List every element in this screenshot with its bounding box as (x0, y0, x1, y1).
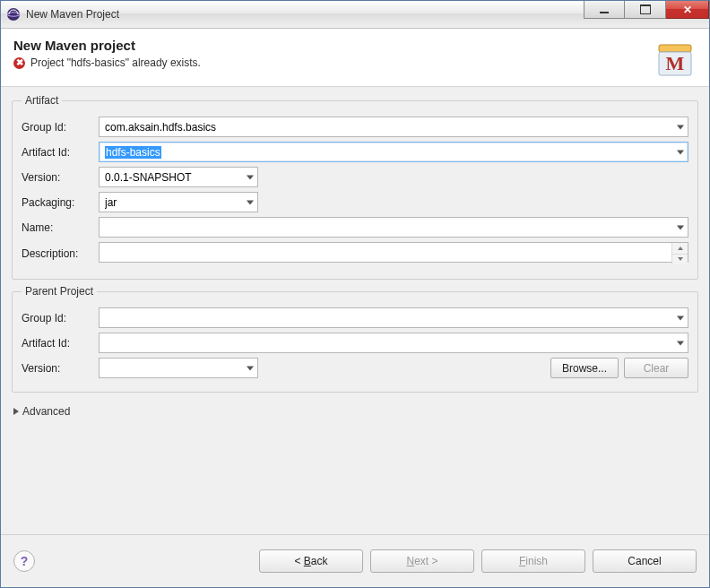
titlebar[interactable]: New Maven Project ✕ (1, 1, 709, 29)
minimize-button[interactable] (584, 1, 625, 19)
parent-version-combo[interactable] (99, 358, 258, 378)
finish-button[interactable]: Finish (481, 549, 585, 573)
spinner-down-icon[interactable] (672, 255, 688, 265)
version-combo[interactable] (99, 167, 258, 187)
group-id-combo[interactable] (99, 117, 688, 137)
maven-logo-icon: M (654, 38, 697, 81)
help-icon[interactable]: ? (13, 550, 35, 572)
banner-heading: New Maven project (13, 38, 654, 53)
parent-artifact-id-combo[interactable] (99, 333, 688, 353)
svg-rect-2 (659, 45, 691, 52)
parent-artifact-id-input[interactable] (105, 335, 668, 350)
chevron-down-icon (247, 200, 254, 204)
maximize-button[interactable] (625, 1, 666, 19)
packaging-combo[interactable] (99, 192, 258, 212)
banner-error: ✖ Project "hdfs-basics" already exists. (13, 56, 654, 69)
chevron-down-icon (247, 175, 254, 179)
packaging-input[interactable] (105, 195, 239, 210)
packaging-label: Packaging: (22, 196, 99, 209)
name-input[interactable] (105, 220, 668, 235)
chevron-down-icon (677, 225, 684, 229)
wizard-button-bar: ? < Back Next > Finish Cancel (1, 534, 709, 587)
group-id-input[interactable] (105, 119, 668, 134)
wizard-banner: New Maven project ✖ Project "hdfs-basics… (1, 29, 709, 87)
advanced-label: Advanced (22, 405, 70, 418)
version-label: Version: (22, 171, 99, 184)
parent-version-input[interactable] (105, 360, 239, 376)
description-spinner[interactable] (671, 243, 688, 264)
group-id-label: Group Id: (22, 121, 99, 134)
parent-legend: Parent Project (22, 285, 97, 298)
description-textarea[interactable] (99, 242, 688, 263)
spinner-up-icon[interactable] (672, 243, 688, 255)
chevron-down-icon (677, 316, 684, 320)
expand-right-icon (13, 408, 19, 415)
artifact-id-label: Artifact Id: (22, 146, 99, 159)
artifact-id-value[interactable]: hdfs-basics (105, 146, 161, 159)
browse-button[interactable]: Browse... (550, 358, 619, 378)
close-button[interactable]: ✕ (666, 1, 709, 19)
parent-version-label: Version: (22, 362, 99, 375)
window-title: New Maven Project (26, 8, 119, 21)
chevron-down-icon (677, 341, 684, 345)
description-label: Description: (22, 247, 99, 260)
back-button[interactable]: < Back (259, 549, 363, 573)
name-combo[interactable] (99, 217, 688, 238)
chevron-down-icon (677, 125, 684, 129)
wizard-content: Artifact Group Id: Artifact Id: hdfs-bas… (1, 87, 709, 534)
name-label: Name: (22, 221, 99, 234)
eclipse-icon (6, 7, 21, 22)
clear-button[interactable]: Clear (624, 358, 688, 378)
version-input[interactable] (105, 169, 239, 185)
parent-project-group: Parent Project Group Id: Artifact Id: (12, 285, 698, 393)
cancel-button[interactable]: Cancel (593, 549, 697, 573)
parent-artifact-id-label: Artifact Id: (22, 337, 99, 350)
chevron-down-icon (677, 150, 684, 154)
advanced-expander[interactable]: Advanced (12, 398, 698, 418)
chevron-down-icon (247, 366, 254, 370)
parent-group-id-label: Group Id: (22, 312, 99, 324)
window-controls: ✕ (584, 1, 709, 19)
next-button[interactable]: Next > (370, 549, 474, 573)
artifact-group: Artifact Group Id: Artifact Id: hdfs-bas… (12, 94, 698, 280)
dialog-window: New Maven Project ✕ New Maven project ✖ … (0, 0, 710, 588)
artifact-legend: Artifact (22, 94, 62, 107)
artifact-id-combo[interactable]: hdfs-basics (99, 142, 688, 162)
svg-text:M: M (666, 52, 685, 74)
error-icon: ✖ (13, 57, 25, 69)
banner-error-text: Project "hdfs-basics" already exists. (30, 56, 201, 69)
parent-group-id-input[interactable] (105, 310, 668, 325)
parent-group-id-combo[interactable] (99, 307, 688, 328)
